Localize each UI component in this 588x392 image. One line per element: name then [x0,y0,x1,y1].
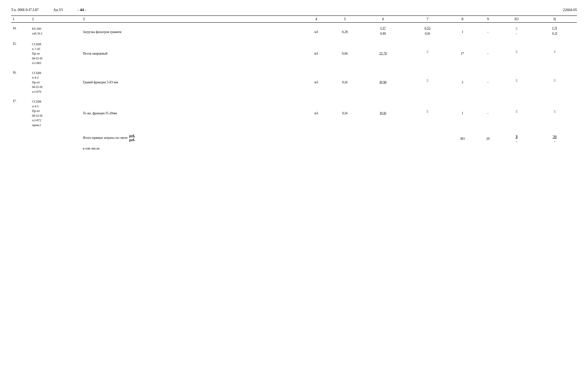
column-header-row: I 2 3 4 5 6 7 8 9 IO II [11,16,577,22]
row-col8-14: - [475,22,500,38]
row-code-16: ССЦМп.4-2Пр-нт06-I2-0Iп.I-070 [30,66,81,95]
table-row: I5. ССЦМп.7-45Пр-нт06-I2-0Iп.I-083 Песок… [11,38,577,66]
row-col9-bot-14: - [500,31,532,38]
col-header-9: 9 [475,16,500,22]
summary-col9: 3- [500,128,532,144]
row-col8-17: - [475,95,500,128]
row-code-15: ССЦМп.7-45Пр-нт06-I2-0Iп.I-083 [30,38,81,66]
row-qty-17: 0,I4 [329,95,361,128]
summary-col11: 36- [532,128,577,144]
row-unit-16: м3 [304,66,329,95]
col-header-8: 8 [450,16,475,22]
row-col10-16: = [532,66,577,95]
row-col5-15: 25,70 [361,38,405,66]
row-col5-top-14: I,37 [361,22,405,31]
page-num: - 44 - [78,8,86,12]
row-col5-16: I0,90 [361,66,405,95]
row-col7-17: I [450,95,475,128]
row-col9-15: = [500,38,532,66]
row-unit-17: м3 [304,95,329,128]
row-col7-14: I [450,22,475,38]
row-col6-top-14: 0,53 [405,22,450,31]
sheet-ref: Ан.УI [53,8,63,12]
row-col7-15: I7 [450,38,475,66]
doc-num-right: 22664-05 [563,8,577,12]
summary-col7: I83 [450,128,475,144]
col-header-7: 7 [405,16,450,22]
col-header-3: 3 [81,16,304,22]
sub-label: в том числе: [81,144,304,151]
row-unit-15: м3 [304,38,329,66]
row-col7-16: 2 [450,66,475,95]
sub-label-row: в том числе: [11,144,577,151]
row-col10-17: = [532,95,577,128]
summary-row: Итого прямые затраты по смете руб. руб. … [11,128,577,144]
table-row: I7. ССЦМп.4-5Пр-нт06-I2-0Iп.I-072прим.I … [11,95,577,128]
row-col5-17: I0,I0 [361,95,405,128]
row-col6-15: = [405,38,450,66]
row-col8-15: - [475,38,500,66]
row-col5-bot-14: 0,80 [361,31,405,38]
row-col8-16: - [475,66,500,95]
row-col6-16: = [405,66,450,95]
doc-ref: Т.п. 090I-9-I7.I.87 [11,8,38,12]
col-header-11: II [532,16,577,22]
row-unit-14: м3 [304,22,329,38]
row-col10-15: = [532,38,577,66]
col-header-4: 4 [304,16,329,22]
row-col6-bot-14: 0,I6 [405,31,450,38]
row-id-14: I4. [11,22,30,38]
row-desc-15: Песок кварцевый [81,38,304,66]
summary-col8: 20 [475,128,500,144]
header: Т.п. 090I-9-I7.I.87 Ан.УI - 44 - 22664-0… [11,8,577,12]
row-qty-14: 0,28 [329,22,361,38]
row-col10-bot-14: 0,2I [532,31,577,38]
row-code-17: ССЦМп.4-5Пр-нт06-I2-0Iп.I-072прим.I [30,95,81,128]
row-code-14: Е6-260таб.3I-2 [30,22,81,38]
row-id-17: I7. [11,95,30,128]
row-col9-17: = [500,95,532,128]
col-header-5: 5 [329,16,361,22]
table-row: I4. Е6-260таб.3I-2 Загрузка фильтров гра… [11,22,577,31]
row-qty-15: 0,66 [329,38,361,66]
col-header-1: I [11,16,30,22]
row-qty-16: 0,I4 [329,66,361,95]
col-header-10: IO [500,16,532,22]
row-col9-16: = [500,66,532,95]
col-header-2: 2 [30,16,81,22]
row-desc-17: То же, фракции I5-20мм [81,95,304,128]
row-desc-14: Загрузка фильтров гравием [81,22,304,38]
row-desc-16: Гравий фракции 5-IO мм [81,66,304,95]
row-col9-top-14: = [500,22,532,31]
summary-label: Итого прямые затраты по смете руб. руб. [81,128,304,144]
main-table: I 2 3 4 5 6 7 8 9 IO II I4. Е6-260таб.3I… [11,16,577,151]
row-col10-top-14: I,7I [532,22,577,31]
row-id-16: I6. [11,66,30,95]
table-row: I6. ССЦМп.4-2Пр-нт06-I2-0Iп.I-070 Гравий… [11,66,577,95]
col-header-6: 6 [361,16,405,22]
row-col6-17: = [405,95,450,128]
row-id-15: I5. [11,38,30,66]
